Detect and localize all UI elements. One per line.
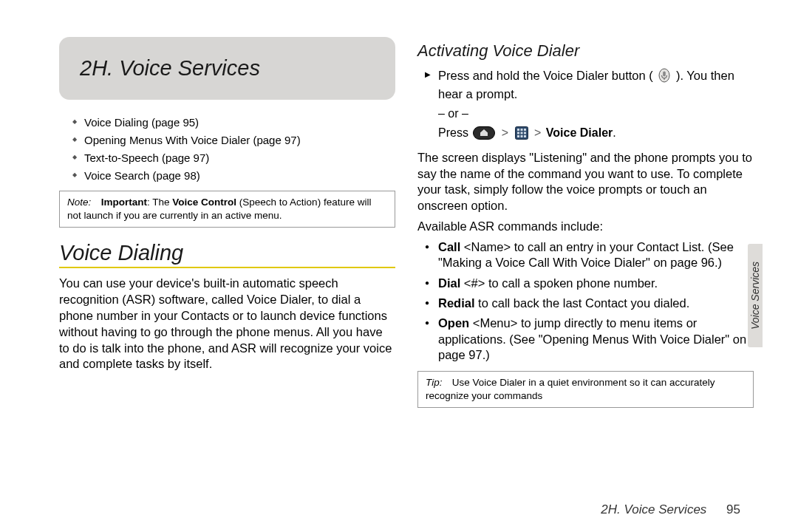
- svg-rect-9: [520, 132, 522, 134]
- section-underline: [59, 267, 395, 268]
- app-grid-icon: [515, 126, 528, 143]
- tip-box: Tip: Use Voice Dialer in a quiet environ…: [417, 371, 754, 408]
- note-label: Note:: [67, 196, 98, 209]
- subsection-activating: Activating Voice Dialer: [417, 41, 754, 61]
- period: .: [613, 126, 615, 139]
- cmd-name: Call: [438, 240, 460, 253]
- toc-item: Opening Menus With Voice Dialer (page 97…: [74, 134, 395, 146]
- cmd-desc: <#> to call a spoken phone number.: [460, 276, 658, 290]
- home-button-icon: [473, 126, 495, 143]
- svg-rect-10: [524, 132, 526, 134]
- svg-rect-6: [520, 129, 522, 131]
- commands-intro: Available ASR commands include:: [417, 219, 754, 235]
- note-feature: Voice Control: [172, 197, 236, 208]
- side-tab: Voice Services: [748, 244, 763, 347]
- voice-dialer-hw-button-icon: [658, 68, 671, 86]
- toc-item: Voice Dialing (page 95): [74, 116, 395, 129]
- asr-command: Open <Menu> to jump directly to menu ite…: [438, 316, 754, 363]
- voice-dialing-body: You can use your device's built-in autom…: [59, 276, 395, 372]
- svg-rect-5: [517, 129, 519, 131]
- press-label: Press: [438, 126, 471, 139]
- asr-command: Dial <#> to call a spoken phone number.: [438, 276, 754, 291]
- toc-item: Voice Search (page 98): [74, 169, 395, 182]
- note-important: Important: [101, 197, 147, 208]
- voice-dialer-label: Voice Dialer: [546, 126, 613, 139]
- chapter-title: 2H. Voice Services: [80, 56, 373, 81]
- svg-rect-7: [524, 129, 526, 131]
- asr-command: Call <Name> to call an entry in your Con…: [438, 239, 754, 271]
- left-column: 2H. Voice Services Voice Dialing (page 9…: [59, 37, 395, 510]
- right-column: Activating Voice Dialer Press and hold t…: [417, 37, 754, 510]
- tip-label: Tip:: [426, 376, 449, 389]
- svg-rect-11: [517, 135, 519, 137]
- step-text: Press and hold the Voice Dialer button (: [438, 69, 653, 82]
- cmd-name: Open: [438, 316, 469, 330]
- table-of-contents: Voice Dialing (page 95) Opening Menus Wi…: [59, 116, 395, 182]
- chevron-right-icon: >: [534, 126, 541, 139]
- listening-body: The screen displays "Listening" and the …: [417, 150, 754, 214]
- chapter-header: 2H. Voice Services: [59, 37, 395, 100]
- note-box: Note: Important: The Voice Control (Spee…: [59, 191, 395, 228]
- press-line: Press > > Voice Dialer.: [417, 126, 754, 143]
- tip-text: Use Voice Dialer in a quiet environment …: [426, 377, 715, 401]
- or-separator: – or –: [417, 107, 754, 120]
- footer-chapter: 2H. Voice Services: [601, 502, 706, 516]
- svg-rect-12: [520, 135, 522, 137]
- cmd-desc: <Menu> to jump directly to menu items or…: [438, 316, 746, 361]
- cmd-desc: <Name> to call an entry in your Contact …: [438, 240, 734, 269]
- cmd-name: Redial: [438, 296, 475, 310]
- section-heading-voice-dialing: Voice Dialing: [59, 241, 395, 265]
- asr-command: Redial to call back the last Contact you…: [438, 296, 754, 311]
- chevron-right-icon: >: [502, 126, 508, 139]
- cmd-name: Dial: [438, 276, 460, 290]
- cmd-desc: to call back the last Contact you dialed…: [475, 296, 690, 310]
- svg-rect-8: [517, 132, 519, 134]
- side-tab-label: Voice Services: [749, 262, 761, 330]
- svg-rect-1: [664, 72, 666, 77]
- svg-rect-13: [524, 135, 526, 137]
- toc-item: Text-to-Speech (page 97): [74, 151, 395, 164]
- asr-command-list: Call <Name> to call an entry in your Con…: [417, 239, 754, 364]
- note-text: : The: [147, 197, 172, 208]
- page-footer: 2H. Voice Services 95: [601, 502, 740, 517]
- page-number: 95: [726, 502, 740, 516]
- step-item: Press and hold the Voice Dialer button (…: [438, 68, 754, 103]
- step-list: Press and hold the Voice Dialer button (…: [417, 68, 754, 103]
